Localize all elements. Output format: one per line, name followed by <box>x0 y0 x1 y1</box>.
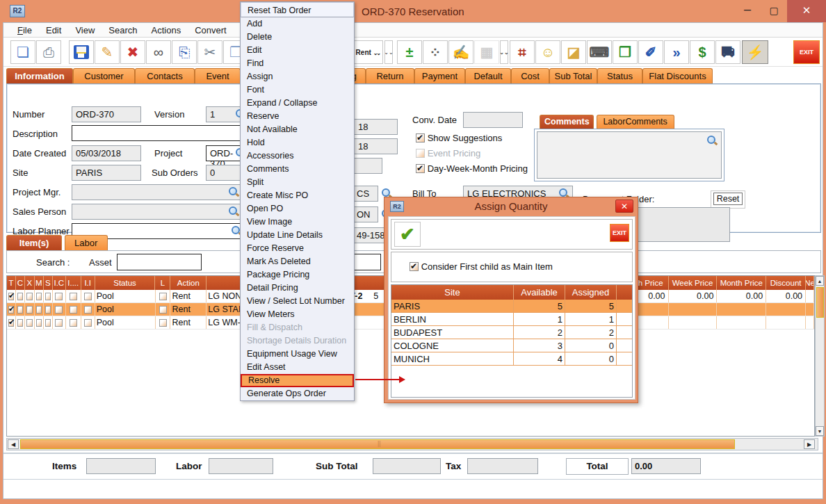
tab-return[interactable]: Return <box>366 68 414 83</box>
delete-button[interactable]: ✖ <box>120 40 145 64</box>
grid-column-header[interactable]: Status <box>95 276 156 290</box>
grid-checkbox[interactable] <box>36 319 42 327</box>
context-menu-item-view-select-lot-number[interactable]: View / Select Lot Number <box>241 295 354 308</box>
site-table-row[interactable]: MUNICH 4 0 <box>391 352 632 366</box>
grid-checkbox[interactable] <box>17 293 23 300</box>
grid-checkbox[interactable] <box>55 293 63 300</box>
project-mgr-field[interactable] <box>72 184 247 200</box>
items-vertical-scrollbar[interactable]: ▲ ▼ <box>815 275 825 437</box>
scroll-up-icon[interactable]: ▲ <box>816 276 824 286</box>
grid-column-header[interactable]: S <box>44 276 53 290</box>
site-table-row[interactable]: BUDAPEST 2 2 <box>391 326 632 339</box>
price-cell[interactable] <box>717 303 766 316</box>
assigned-column-header[interactable]: Assigned <box>565 285 617 300</box>
date-created-field[interactable]: 05/03/2018 <box>72 145 141 161</box>
grid-column-header[interactable]: I.I <box>81 276 95 290</box>
context-menu-item-fill-dispatch[interactable]: Fill & Dispatch <box>241 321 354 334</box>
grid-checkbox[interactable] <box>26 319 33 327</box>
assigned-cell[interactable]: 5 <box>565 300 617 313</box>
truck-button[interactable]: ⛟ <box>715 40 740 64</box>
site-column-header[interactable]: Site <box>391 285 514 300</box>
tab-payment[interactable]: Payment <box>414 68 465 83</box>
grid-column-header[interactable]: Ne <box>806 276 814 290</box>
scroll-left-icon[interactable]: ◀ <box>8 439 19 449</box>
grid-column-header[interactable]: I.C <box>53 276 66 290</box>
action-cell[interactable]: Rent <box>170 290 206 302</box>
grid-column-header[interactable]: M <box>35 276 44 290</box>
grid-checkbox[interactable] <box>70 319 77 327</box>
vertical-scroll-thumb[interactable] <box>816 287 824 318</box>
context-menu-item-edit[interactable]: Edit <box>241 44 354 57</box>
add-remove-button[interactable]: ± <box>397 40 422 64</box>
context-menu-item-split[interactable]: Split <box>241 176 354 189</box>
price-cell[interactable]: 0.00 <box>669 290 718 302</box>
show-suggestions-row[interactable]: Show Suggestions <box>416 133 502 143</box>
minimize-button[interactable]: – <box>736 0 759 22</box>
calendar-chevron-button[interactable]: ⌄⌄ <box>500 40 508 64</box>
context-menu-item-reserve[interactable]: Reserve <box>241 110 354 123</box>
context-menu-item-not-available[interactable]: Not Available <box>241 123 354 136</box>
cut-scissors-button[interactable]: ✂ <box>197 40 222 64</box>
tab-default[interactable]: Default <box>465 68 511 83</box>
close-button[interactable]: ✕ <box>787 0 826 22</box>
status-cell[interactable]: Pool <box>95 303 156 316</box>
tab-event[interactable]: Event <box>195 68 241 83</box>
project-mgr-lookup-icon[interactable] <box>228 186 238 197</box>
dollar-forward-button[interactable]: » <box>664 40 689 64</box>
exit-button[interactable]: EXIT <box>793 40 820 64</box>
tab-comments[interactable]: Comments <box>540 115 594 129</box>
grid-column-header[interactable]: X <box>25 276 35 290</box>
grid-column-header[interactable]: Week Price <box>669 276 718 290</box>
context-menu-item-update-line-details[interactable]: Update Line Details <box>241 229 354 242</box>
tab-cost[interactable]: Cost <box>511 68 549 83</box>
grid-checkbox[interactable] <box>36 293 42 300</box>
menu-bar-item[interactable]: Edit <box>39 23 68 37</box>
tab-customer[interactable]: Customer <box>73 68 135 83</box>
scroll-down-icon[interactable]: ▼ <box>816 426 824 436</box>
comments-lookup-icon[interactable] <box>706 135 717 145</box>
folder-clock-button[interactable]: ◪ <box>561 40 586 64</box>
menu-bar-item[interactable]: Actions <box>145 23 188 37</box>
available-cell[interactable]: 1 <box>514 313 565 326</box>
grid-column-header[interactable]: Discount <box>766 276 806 290</box>
asset-search-input[interactable] <box>117 254 202 270</box>
grid-checkbox[interactable] <box>159 306 167 314</box>
grid-column-header[interactable]: I.... <box>66 276 81 290</box>
grid-checkbox[interactable] <box>84 319 92 327</box>
available-column-header[interactable]: Available <box>514 285 565 300</box>
menu-bar-item[interactable]: File <box>10 23 39 37</box>
menu-bar-item[interactable]: Convert <box>188 23 234 37</box>
reset-button[interactable]: Reset <box>713 193 743 205</box>
grid-checkbox[interactable] <box>45 319 51 327</box>
show-suggestions-checkbox[interactable] <box>416 133 425 143</box>
number-field[interactable]: ORD-370 <box>72 106 141 122</box>
available-cell[interactable]: 3 <box>514 339 565 352</box>
context-menu-item-equipment-usage-view[interactable]: Equipment Usage View <box>241 348 354 361</box>
first-child-main-item-checkbox[interactable] <box>410 262 419 271</box>
calendar-button[interactable]: ▦ <box>474 40 499 64</box>
grid-checkbox[interactable] <box>26 293 33 300</box>
tab-status[interactable]: Status <box>597 68 642 83</box>
grid-column-header[interactable]: Action <box>170 276 206 290</box>
grid-checkbox[interactable] <box>159 319 167 327</box>
grid-checkbox[interactable] <box>84 293 92 300</box>
items-horizontal-scrollbar[interactable]: ◀ ▶ <box>6 438 818 450</box>
assigned-cell[interactable]: 0 <box>565 352 617 366</box>
context-menu-item-edit-asset[interactable]: Edit Asset <box>241 361 354 374</box>
site-field[interactable]: PARIS <box>72 165 141 181</box>
site-table-row[interactable]: COLOGNE 3 0 <box>391 339 632 352</box>
site-cell[interactable]: COLOGNE <box>391 339 514 352</box>
assigned-cell[interactable]: 2 <box>565 326 617 339</box>
grid-checkbox[interactable] <box>55 306 63 314</box>
context-menu-item-open-po[interactable]: Open PO <box>241 202 354 216</box>
grid-checkbox[interactable] <box>45 293 51 300</box>
lightning-button[interactable]: ⚡ <box>742 40 768 64</box>
context-menu-item-accessories[interactable]: Accessories <box>241 149 354 163</box>
note-edit-button[interactable]: ✐ <box>638 40 663 64</box>
grid-checkbox[interactable] <box>26 306 33 314</box>
smiley-button[interactable]: ☺ <box>535 40 560 64</box>
menu-bar-item[interactable]: View <box>68 23 102 37</box>
price-cell[interactable] <box>669 303 718 316</box>
confirm-check-button[interactable]: ✔ <box>394 222 421 247</box>
new-document-button[interactable]: ❏ <box>10 40 35 64</box>
